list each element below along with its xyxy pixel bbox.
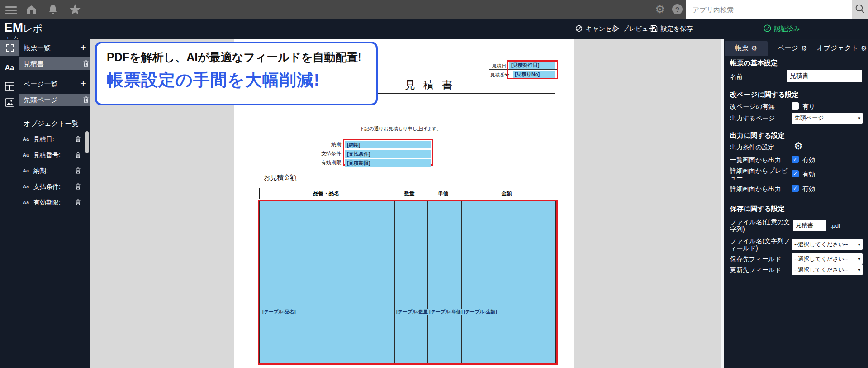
update-field-select[interactable]: --選択してください-- ▾ [792, 264, 863, 275]
save-icon [650, 25, 658, 33]
payment-field[interactable]: [支払条件] [345, 150, 431, 158]
search-input[interactable] [686, 0, 852, 19]
rail-table-tool[interactable] [0, 79, 19, 95]
pagebreak-checkbox[interactable] [792, 102, 799, 110]
home-icon[interactable] [25, 4, 37, 17]
filename-field-selected-value: --選択してください-- [794, 241, 848, 248]
add-report-button[interactable]: + [78, 43, 89, 53]
output-condition-gear-icon[interactable]: ⚙ [794, 140, 803, 152]
text-icon: Aa [5, 64, 14, 72]
greeting-text: 下記の通りお見積もり申し上げます。 [360, 126, 441, 132]
help-icon[interactable]: ? [672, 4, 683, 14]
delete-report-trash-icon[interactable] [83, 60, 90, 67]
table-header-cell: 金額 [460, 188, 553, 199]
filename-field-select[interactable]: --選択してください-- ▾ [792, 239, 863, 250]
save-field-select[interactable]: --選択してください-- ▾ [792, 253, 863, 264]
search-icon [855, 4, 865, 15]
rail-image-tool[interactable] [0, 95, 19, 111]
section-divider [724, 201, 868, 201]
sidebar-object-item[interactable]: Aa 見積番号: [0, 150, 90, 160]
detail-output-checkbox[interactable]: ✓ [792, 185, 799, 192]
tab-object[interactable]: オブジェクト ⚙ [816, 41, 867, 56]
check-circle-icon [764, 24, 771, 33]
table-field-qty[interactable]: [テーブル.数量] [395, 309, 431, 315]
delete-object-trash-icon[interactable] [75, 136, 82, 143]
preview-label: プレビュー [622, 25, 655, 33]
table-field-price[interactable]: [テーブル.単価] [428, 309, 464, 315]
tab-report[interactable]: 帳票 ⚙ [725, 41, 768, 56]
delivery-field[interactable]: [納期] [345, 141, 431, 148]
filename-field-label: ファイル名(文字列フィールド) [730, 237, 791, 252]
app-logo: EMレポ エム [4, 20, 43, 35]
hamburger-menu-icon[interactable] [5, 5, 17, 16]
expiry-field[interactable]: [見積期限] [345, 159, 431, 167]
logo-ruby: エム [5, 35, 22, 39]
table-field-name[interactable]: [テーブル.品名] [261, 309, 297, 315]
sidebar-scrollbar[interactable] [85, 131, 89, 153]
cancel-icon [575, 25, 583, 33]
text-object-icon: Aa [23, 136, 29, 142]
favorites-star-icon[interactable] [69, 4, 81, 17]
list-output-label: 一覧画面から出力 [730, 156, 781, 164]
table-vline [259, 201, 260, 363]
quote-date-field[interactable]: [見積発行日] [509, 62, 555, 69]
auth-status-label: 認証済み [774, 25, 800, 33]
tab-page[interactable]: ページ ⚙ [768, 41, 816, 56]
selection-icon [6, 44, 14, 52]
table-vline [394, 201, 395, 363]
output-condition-label: 出力条件の設定 [730, 143, 774, 152]
table-field-amount[interactable]: [テーブル.金額] [463, 309, 498, 315]
rail-text-tool[interactable]: Aa [0, 60, 19, 76]
save-field-label: 保存先フィールド [730, 255, 781, 263]
object-item-label: 見積日: [33, 135, 54, 143]
app-toolbar: EMレポ エム キャンセル プレビュー 設定を保存 認証済み [0, 19, 868, 39]
output-settings-header: 出力に関する設定 [730, 131, 785, 140]
report-name-input[interactable] [787, 70, 862, 82]
settings-gear-icon[interactable]: ⚙ [655, 3, 665, 16]
sidebar-item-page[interactable]: 先頭ページ [19, 94, 90, 106]
table-vline [555, 201, 556, 363]
table-header-cell: 数量 [393, 188, 426, 199]
tab-page-label: ページ [778, 44, 798, 53]
list-output-checkbox-label: 有効 [802, 156, 815, 164]
preview-button[interactable]: プレビュー [613, 19, 655, 39]
delivery-label: 納期: [297, 141, 342, 148]
quote-number-field[interactable]: [見積りNo] [513, 71, 555, 78]
delete-object-trash-icon[interactable] [75, 152, 82, 159]
object-list-clip [0, 205, 85, 368]
design-canvas[interactable]: 見積書 見積日: 見積番号: [見積発行日] [見積りNo] 下記の通りお見積も… [90, 39, 724, 368]
section-divider [724, 87, 868, 87]
amount-underline [260, 183, 346, 183]
sidebar-object-item[interactable]: Aa 見積日: [0, 134, 90, 144]
detail-preview-checkbox[interactable]: ✓ [792, 170, 799, 177]
add-page-button[interactable]: + [78, 79, 89, 90]
sidebar-object-item[interactable]: Aa 納期: [0, 166, 90, 176]
promo-banner: PDFを解析し、AIが最適なフィールドを自動配置! 帳票設定の手間を大幅削減! [95, 42, 378, 105]
table-vline [461, 201, 462, 363]
cancel-button[interactable]: キャンセル [575, 19, 618, 39]
notifications-bell-icon[interactable] [48, 4, 58, 17]
filename-input[interactable] [793, 220, 826, 231]
pagebreak-settings-header: 改ページに関する設定 [730, 91, 799, 99]
tab-object-label: オブジェクト [816, 44, 858, 53]
promo-line1: PDFを解析し、AIが最適なフィールドを自動配置! [107, 50, 376, 65]
list-output-checkbox[interactable]: ✓ [792, 156, 799, 163]
promo-line2: 帳票設定の手間を大幅削減! [107, 69, 376, 91]
sidebar-object-item[interactable]: Aa 支払条件: [0, 182, 90, 192]
delete-object-trash-icon[interactable] [75, 183, 82, 191]
delete-object-trash-icon[interactable] [75, 167, 82, 175]
search-button[interactable] [852, 0, 868, 19]
recipient-underline [259, 124, 403, 124]
save-settings-button[interactable]: 設定を保存 [650, 19, 693, 39]
report-list-header: 帳票一覧 [24, 44, 51, 53]
tab-report-label: 帳票 [735, 44, 749, 53]
basic-settings-header: 帳票の基本設定 [730, 59, 778, 67]
app-root: ⚙ ? EMレポ エム キャンセル プレビュー [0, 0, 868, 368]
delete-page-trash-icon[interactable] [83, 96, 90, 104]
sidebar-item-report[interactable]: 見積書 [19, 57, 90, 70]
ai-highlight-box-table[interactable]: [テーブル.品名] [テーブル.数量] [テーブル.単価] [テーブル.金額] [258, 200, 558, 365]
filename-extension: .pdf [830, 222, 840, 229]
object-list-header: オブジェクト一覧 [24, 119, 79, 128]
output-page-select[interactable]: 先頭ページ ▾ [792, 113, 863, 124]
rail-select-tool[interactable] [0, 40, 19, 56]
